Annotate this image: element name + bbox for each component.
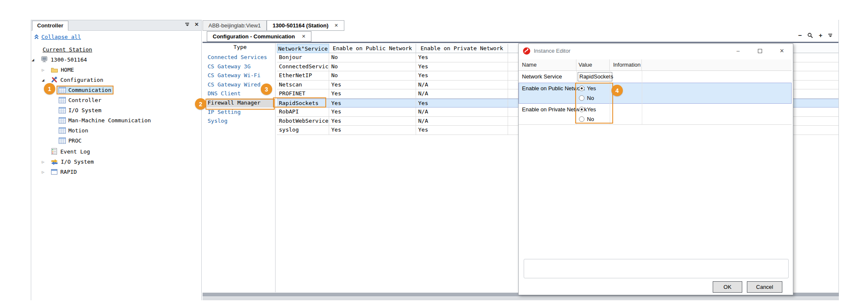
type-item-firewall-manager[interactable]: Firewall Manager xyxy=(207,98,273,108)
view-window-menu-icon[interactable] xyxy=(828,33,833,38)
table-cell: syslog xyxy=(277,126,329,135)
table-cell: Yes xyxy=(329,81,416,89)
search-icon[interactable] xyxy=(807,32,813,38)
tree-item-current-station[interactable]: Current Station xyxy=(31,44,201,54)
tree-item-rapid[interactable]: ▷RAPID xyxy=(31,167,201,177)
table-cell: Yes xyxy=(329,99,416,108)
tab-configuration-communication[interactable]: Configuration - Communication ✕ xyxy=(207,31,311,42)
tree-item-label: Communication xyxy=(68,87,111,93)
tab-close-icon[interactable]: ✕ xyxy=(302,32,306,41)
radio-option-yes[interactable]: Yes xyxy=(579,105,596,113)
dialog-titlebar[interactable]: Instance Editor – ✕ xyxy=(519,44,793,58)
minimize-button[interactable]: – xyxy=(727,44,749,58)
grid-icon xyxy=(59,87,66,93)
callout-step-2: 2 xyxy=(195,98,206,110)
table-cell: ConnectedServices xyxy=(277,62,329,71)
radio-option-no[interactable]: No xyxy=(579,94,596,102)
tree-expander-icon[interactable]: ▷ xyxy=(42,159,49,164)
type-item-syslog[interactable]: Syslog xyxy=(207,116,273,126)
tree-item-event-log[interactable]: Event Log xyxy=(31,146,201,156)
tree-item-i-o-system[interactable]: I/O System xyxy=(31,105,201,115)
zoom-out-button[interactable]: − xyxy=(798,32,802,38)
tree-item-label: PROC xyxy=(68,137,81,144)
radio-option-no[interactable]: No xyxy=(579,115,596,123)
list-table-divider xyxy=(275,43,276,292)
table-cell: No xyxy=(329,71,416,80)
radio-option-yes[interactable]: Yes xyxy=(579,84,596,92)
panel-close-icon[interactable]: ✕ xyxy=(195,22,199,27)
tree-expander-icon[interactable]: ▷ xyxy=(42,67,49,72)
callout-step-3: 3 xyxy=(261,83,272,95)
dialog-column-filler xyxy=(642,59,792,70)
value-radio-group: YesNo xyxy=(576,83,596,104)
type-item-connected-services[interactable]: Connected Services xyxy=(207,53,273,62)
tab-label: Configuration - Communication xyxy=(213,32,295,41)
close-button[interactable]: ✕ xyxy=(771,44,793,58)
dialog-title: Instance Editor xyxy=(534,48,571,54)
column-header-enable-private[interactable]: Enable on Private Network xyxy=(416,44,508,53)
tree-item-motion[interactable]: Motion xyxy=(31,125,201,135)
panel-window-menu-icon[interactable] xyxy=(185,22,189,27)
collapse-all-link[interactable]: Collapse all xyxy=(41,34,81,40)
type-item-cs-gateway-3g[interactable]: CS Gateway 3G xyxy=(207,62,273,71)
ok-button[interactable]: OK xyxy=(713,281,742,293)
cancel-button[interactable]: Cancel xyxy=(747,281,782,293)
tree-item-man-machine-communication[interactable]: Man-Machine Communication xyxy=(31,115,201,125)
tree-item-i-o-system[interactable]: ▷I/O System xyxy=(31,156,201,167)
column-header-enable-public[interactable]: Enable on Public Network xyxy=(329,44,416,53)
radio-unselected-icon[interactable] xyxy=(579,95,584,101)
tree-item-label: Configuration xyxy=(60,77,103,83)
dialog-grid-line xyxy=(576,71,577,125)
dialog-row-name: Enable on Public Network xyxy=(519,83,576,104)
controller-tree: Current Station◢1300-501164▷HOME◢Configu… xyxy=(31,44,201,177)
column-header-network-service[interactable]: ▲ Network Service xyxy=(277,44,329,53)
status-bar xyxy=(203,296,839,300)
tab-controller[interactable]: Controller xyxy=(32,21,68,31)
tree-item-proc[interactable]: PROC xyxy=(31,135,201,145)
radio-label: Yes xyxy=(587,85,596,92)
type-item-ip-setting[interactable]: IP Setting xyxy=(207,108,273,117)
dialog-grid-line xyxy=(642,71,642,125)
radio-label: Yes xyxy=(587,106,596,113)
tab-close-icon[interactable]: ✕ xyxy=(334,21,338,30)
value-text-field[interactable]: RapidSockets xyxy=(578,72,612,81)
tree-expander-icon[interactable]: ◢ xyxy=(42,78,49,82)
tree-expander-icon[interactable]: ◢ xyxy=(32,57,38,62)
tree-item-home[interactable]: ▷HOME xyxy=(31,65,201,75)
table-cell: Yes xyxy=(329,89,416,98)
tab-label: 1300-501164 (Station) xyxy=(273,21,328,30)
tools-icon xyxy=(51,76,58,83)
tree-item-controller[interactable]: Controller xyxy=(31,95,201,105)
table-cell: Yes xyxy=(416,71,508,80)
tree-expander-icon[interactable]: ▷ xyxy=(42,170,49,174)
type-item-cs-gateway-wi-fi[interactable]: CS Gateway Wi-Fi xyxy=(207,71,273,80)
tree-item-configuration[interactable]: ◢Configuration xyxy=(31,75,201,85)
tree-item-communication[interactable]: Communication xyxy=(31,85,201,95)
collapse-all-row[interactable]: Collapse all xyxy=(34,34,81,40)
dialog-property-table: Name Value Information Network ServiceRa… xyxy=(519,59,792,125)
dialog-column-value: Value xyxy=(576,59,610,70)
grid-icon xyxy=(59,97,66,103)
dialog-column-information: Information xyxy=(610,59,642,70)
tab-1300-501164-station[interactable]: 1300-501164 (Station) ✕ xyxy=(267,20,344,31)
grid-icon xyxy=(59,117,66,124)
table-cell: Yes xyxy=(416,53,508,62)
zoom-in-button[interactable]: + xyxy=(819,32,822,38)
maximize-button[interactable] xyxy=(749,44,771,58)
radio-unselected-icon[interactable] xyxy=(579,116,584,122)
tree-item-label: I/O System xyxy=(61,159,94,165)
tree-item-1300-501164[interactable]: ◢1300-501164 xyxy=(31,54,201,65)
radio-selected-icon[interactable] xyxy=(579,107,584,112)
table-cell: Netscan xyxy=(277,81,329,89)
radio-selected-icon[interactable] xyxy=(579,86,584,91)
table-cell: Yes xyxy=(416,99,508,108)
controller-panel-header: Controller ✕ xyxy=(31,20,201,31)
application-window: Controller ✕ Collapse all Current Statio… xyxy=(0,0,868,307)
type-list-header: Type xyxy=(207,44,273,53)
dialog-row-enable-on-private-network: Enable on Private NetworkYesNo xyxy=(519,104,792,125)
dialog-comment-box[interactable] xyxy=(524,259,789,278)
table-cell: Yes xyxy=(329,117,416,126)
table-cell: N/A xyxy=(416,89,508,98)
grid-icon xyxy=(59,107,66,113)
tab-abb-beijinglab-view1[interactable]: ABB-beijinglab:View1 xyxy=(203,20,267,31)
